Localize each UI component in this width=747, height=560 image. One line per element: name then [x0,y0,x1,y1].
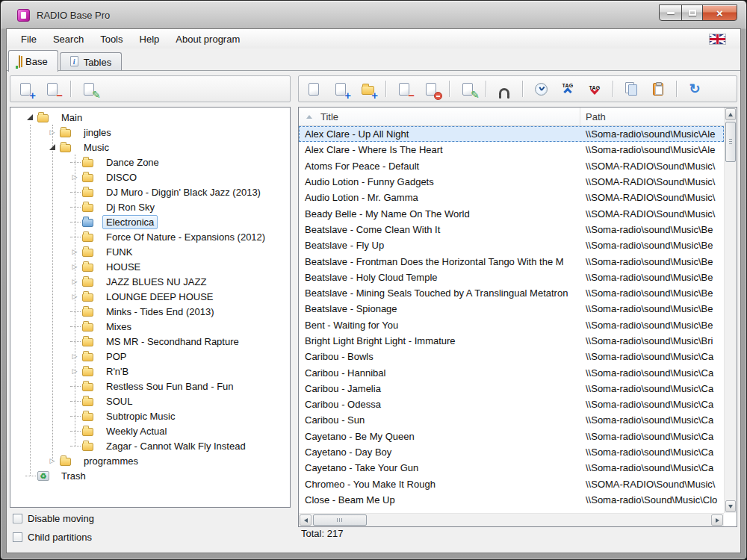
listen-button[interactable] [495,80,513,98]
track-row[interactable]: Close - Beam Me Up\\Soma-radio\Sound\Mus… [299,492,724,508]
tree-item-electronica[interactable]: Electronica [10,214,290,229]
tag-export-button[interactable]: TAG [586,80,604,98]
menu-item-tools[interactable]: Tools [92,31,131,48]
scroll-right-button[interactable] [711,514,723,526]
track-row[interactable]: Caribou - Odessa\\Soma-radio\sound\Music… [299,396,724,412]
track-row[interactable]: Chromeo - You Make It Rough\\SOMA-RADIO\… [299,476,724,492]
track-row[interactable]: Atoms For Peace - Default\\SOMA-RADIO\So… [299,158,724,174]
track-row[interactable]: Cayetano - Take Your Gun\\Soma-radio\sou… [299,460,724,476]
track-row[interactable]: Caribou - Sun\\Soma-radio\sound\Music\Ca [299,412,724,428]
track-row[interactable]: Bright Light Bright Light - Immature\\So… [299,333,724,349]
title-bar[interactable]: RADIO Base Pro × [1,1,746,29]
track-row[interactable]: Alex Clare - Up All Night\\Soma-radio\so… [299,126,724,142]
edit-partition-button[interactable]: ✎ [80,80,98,98]
tree-item-jazz-blues-nu-jazz[interactable]: ▷JAZZ BLUES NU JAZZ [10,274,290,289]
tag-import-button[interactable]: TAG [559,80,577,98]
maximize-button[interactable] [681,4,703,21]
tree-item-force-of-nature-expansions-2012[interactable]: Force Of Nature - Expansions (2012) [10,229,290,244]
remove-track-button[interactable]: − [395,80,413,98]
tree-item-minks-tides-end-2013[interactable]: Minks - Tides End (2013) [10,304,290,319]
expand-arrow[interactable]: ▷ [67,353,82,360]
tree-item-soul[interactable]: SOUL [10,393,290,408]
remove-partition-button[interactable]: − [43,80,61,98]
menu-item-search[interactable]: Search [45,31,92,48]
tree-item-weekly-actual[interactable]: Weekly Actual [10,423,290,438]
tree-item-dance-zone[interactable]: Dance Zone [10,155,290,169]
tree-item-main[interactable]: Main [10,110,290,125]
tree-item-r-n-b[interactable]: ▷R'n'B [10,364,290,379]
expand-arrow[interactable]: ▷ [67,293,82,300]
track-row[interactable]: Beatslave - Frontman Does the Horizontal… [299,253,724,269]
expand-arrow[interactable]: ▷ [45,458,60,464]
schedule-button[interactable] [532,80,550,98]
vertical-scroll-thumb[interactable] [725,122,736,162]
expand-arrow[interactable]: ▷ [45,129,60,136]
tab-tables[interactable]: iTables [60,52,123,71]
expand-arrow[interactable] [22,114,37,120]
track-row[interactable]: Bent - Waiting for You\\Soma-radio\sound… [299,317,724,333]
copy-button[interactable] [622,80,640,98]
scroll-left-button[interactable] [300,514,311,526]
tree-item-pop[interactable]: ▷POP [10,349,290,364]
track-row[interactable]: Beatslave - Holy Cloud Temple\\Soma-radi… [299,270,724,285]
add-folder-button[interactable]: + [359,80,376,98]
track-row[interactable]: Caribou - Hannibal\\Soma-radio\sound\Mus… [299,364,724,380]
tree-item-funk[interactable]: ▷FUNK [10,244,290,259]
minimize-button[interactable] [659,4,682,21]
vertical-scrollbar[interactable] [724,108,737,513]
scroll-down-button[interactable] [725,500,736,512]
tree-item-programmes[interactable]: ▷programmes [10,453,290,468]
refresh-button[interactable]: ↻ [686,80,704,98]
track-row[interactable]: Beatslave - Spionage\\Soma-radio\sound\M… [299,301,724,317]
expand-arrow[interactable] [45,144,60,150]
add-partition-button[interactable]: + [16,80,34,98]
new-track-button[interactable] [305,80,323,98]
checkbox-icon[interactable] [13,514,22,523]
horizontal-scrollbar[interactable] [299,513,724,526]
child-partitions-checkbox[interactable]: Child partitions [13,530,92,544]
expand-arrow[interactable]: ▷ [67,264,82,270]
tree-item-house[interactable]: ▷HOUSE [10,259,290,274]
edit-track-button[interactable]: ✎ [459,80,477,98]
track-row[interactable]: Alex Clare - Where Is The Heart\\Soma-ra… [299,142,724,158]
expand-arrow[interactable]: ▷ [67,174,82,181]
column-header-title[interactable]: Title [299,108,580,125]
paste-button[interactable] [649,80,667,98]
column-header-path[interactable]: Path [580,108,724,125]
expand-arrow[interactable]: ▷ [67,249,82,255]
tree-item-music[interactable]: Music [10,140,290,155]
tree-item-disco[interactable]: ▷DISCO [10,169,290,184]
horizontal-scroll-thumb[interactable] [313,514,367,526]
track-row[interactable]: Beatslave - Come Clean With It\\Soma-rad… [299,222,724,237]
track-row[interactable]: Cayetano - Be My Queen\\Soma-radio\sound… [299,429,724,444]
add-track-button[interactable]: + [332,80,350,98]
tree-item-jingles[interactable]: ▷jingles [10,125,290,140]
tree-item-lounge-deep-house[interactable]: ▷LOUNGE DEEP HOUSE [10,289,290,304]
expand-arrow[interactable]: ▷ [67,368,82,375]
tree-item-mixes[interactable]: Mixes [10,319,290,334]
expand-arrow[interactable]: ▷ [67,279,82,285]
tree-item-restless-sou-fun-band-fun[interactable]: Restless Sou Fun Band - Fun [10,379,290,393]
track-row[interactable]: Caribou - Jamelia\\Soma-radio\sound\Musi… [299,381,724,396]
tree-item-trash[interactable]: ♻Trash [10,468,290,483]
tree-item-dj-muro-diggin-black-jazz-2013[interactable]: DJ Muro - Diggin' Black Jazz (2013) [10,184,290,199]
close-button[interactable]: × [702,4,737,21]
uk-flag-icon[interactable] [710,34,725,44]
track-row[interactable]: Beady Belle - My Name On The World\\SOMA… [299,205,724,221]
delete-track-button[interactable] [422,80,440,98]
track-row[interactable]: Beatslave - Fly Up\\Soma-radio\sound\Mus… [299,237,724,253]
track-row[interactable]: Audio Lotion - Mr. Gamma\\SOMA-RADIO\Sou… [299,190,724,205]
menu-item-help[interactable]: Help [131,31,168,48]
tree-item-ms-mr-secondhand-rapture[interactable]: MS MR - Secondhand Rapture [10,334,290,349]
scroll-up-button[interactable] [725,108,736,120]
track-row[interactable]: Beatslave - Mining Seals Touched by A Tr… [299,285,724,301]
track-row[interactable]: Caribou - Bowls\\Soma-radio\sound\Music\… [299,349,724,364]
tree-item-zagar-cannot-walk-fly-instead[interactable]: Zagar - Cannot Walk Fly Instead [10,438,290,453]
tab-base[interactable]: Base [8,50,58,72]
menu-item-file[interactable]: File [13,31,45,48]
track-row[interactable]: Cayetano - Day Boy\\Soma-radio\sound\Mus… [299,444,724,460]
tree-item-subtropic-music[interactable]: Subtropic Music [10,408,290,423]
tree-item-dj-ron-sky[interactable]: Dj Ron Sky [10,199,290,214]
checkbox-icon[interactable] [13,532,22,542]
menu-item-about-program[interactable]: About program [167,31,248,48]
